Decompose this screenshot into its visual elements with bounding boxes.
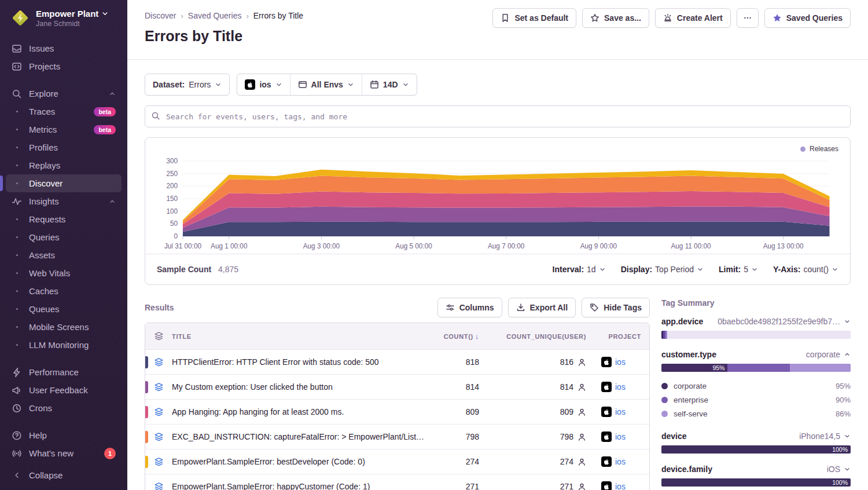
bullet-icon [12,290,22,292]
sidebar-item-mobile-screens[interactable]: Mobile Screens [6,318,122,336]
filter-ios[interactable]: ios [237,74,289,95]
sidebar-item-help[interactable]: Help [6,426,122,444]
tag-value-select[interactable]: iPhone14,5 [799,432,851,441]
tag-distribution-bar: 95% [661,364,851,372]
table-row[interactable]: EmpowerPlant.SampleError: happyCustomer … [145,474,649,490]
project-link[interactable]: ios [615,407,626,416]
person-icon[interactable] [578,408,586,416]
sidebar-item-user-feedback[interactable]: User Feedback [6,381,122,399]
dataset-select[interactable]: Dataset: Errors [145,74,229,95]
column-title[interactable]: TITLE [172,333,426,340]
sidebar-item-projects[interactable]: Projects [6,57,122,75]
sidebar-item-traces[interactable]: Tracesbeta [6,103,122,120]
stack-icon[interactable] [154,407,164,417]
sidebar-item-metrics[interactable]: Metricsbeta [6,120,122,138]
saved-queries-button[interactable]: Saved Queries [764,8,851,28]
sidebar-item-caches[interactable]: Caches [6,282,122,300]
stack-icon[interactable] [154,432,164,442]
apple-icon [601,382,612,392]
filter-14d[interactable]: 14D [362,74,417,95]
table-row[interactable]: EXC_BAD_INSTRUCTION: captureFatalError: … [145,425,649,449]
project-link[interactable]: ios [615,457,626,466]
tag-customer-type: customer.type corporate 95% corporate 95… [661,350,851,420]
sidebar-item-queues[interactable]: Queues [6,300,122,318]
search-input[interactable] [145,105,851,127]
table-row[interactable]: HTTPClientError: HTTP Client Error with … [145,350,649,375]
table-row[interactable]: My Custom exeption: User clicked the but… [145,375,649,400]
error-title[interactable]: EmpowerPlant.SampleError: bestDeveloper … [172,457,426,466]
apple-icon [601,432,612,442]
tag-value-select[interactable]: corporate [806,350,851,359]
sidebar-item-crons[interactable]: Crons [6,399,122,417]
breadcrumb-saved-queries[interactable]: Saved Queries [188,11,242,20]
sidebar-item-explore[interactable]: Explore [6,85,122,103]
sidebar-item-performance[interactable]: Performance [6,363,122,381]
sidebar-item-what-s-new[interactable]: What's new1 [6,444,122,462]
person-icon[interactable] [578,458,586,466]
stack-icon[interactable] [154,482,164,490]
stack-icon [154,331,164,341]
person-icon[interactable] [578,482,586,490]
tag-name: app.device [661,317,703,326]
stack-icon[interactable] [154,357,164,367]
filter-all-envs[interactable]: All Envs [290,74,362,95]
table-row[interactable]: EmpowerPlant.SampleError: bestDeveloper … [145,449,649,474]
search-icon [12,89,22,99]
columns-button[interactable]: Columns [437,298,502,317]
sidebar-item-llm-monitoring[interactable]: LLM Monitoring [6,336,122,354]
save-as--button[interactable]: Save as... [582,8,649,28]
control-limit[interactable]: Limit: 5 [719,265,758,274]
sidebar-item-label: Requests [29,214,116,224]
person-icon[interactable] [578,358,586,367]
project-link[interactable]: ios [615,432,626,441]
project-link[interactable]: ios [615,382,626,392]
sidebar-collapse-button[interactable]: Collapse [6,466,122,484]
series-color-strip [145,456,148,468]
sidebar-item-replays[interactable]: Replays [6,156,122,174]
breadcrumb-discover[interactable]: Discover [145,11,176,20]
set-as-default-button[interactable]: Set as Default [492,8,576,28]
stack-icon[interactable] [154,382,164,392]
error-title[interactable]: EXC_BAD_INSTRUCTION: captureFatalError: … [172,432,426,441]
more-options-button[interactable] [737,8,759,28]
error-title[interactable]: App Hanging: App hanging for at least 20… [172,407,426,416]
column-count[interactable]: COUNT()↓ [426,332,487,341]
error-title[interactable]: EmpowerPlant.SampleError: happyCustomer … [172,482,426,490]
column-project[interactable]: PROJECT [594,333,649,340]
stack-icon[interactable] [154,457,164,467]
tag-name: device [661,432,687,441]
chevron-down-icon [402,81,409,88]
control-yaxis[interactable]: Y-Axis: count() [773,265,838,274]
error-title[interactable]: My Custom exeption: User clicked the but… [172,382,426,392]
control-display[interactable]: Display: Top Period [621,265,704,274]
sidebar-item-insights[interactable]: Insights [6,192,122,210]
control-interval[interactable]: Interval: 1d [553,265,606,274]
org-switcher[interactable]: Empower Plant Jane Schmidt [0,0,127,34]
releases-legend[interactable]: Releases [800,145,838,153]
beta-badge: beta [94,125,116,134]
sidebar-item-assets[interactable]: Assets [6,246,122,264]
person-icon[interactable] [578,383,586,392]
sidebar-item-requests[interactable]: Requests [6,210,122,228]
sidebar-item-profiles[interactable]: Profiles [6,138,122,156]
sidebar-item-discover[interactable]: Discover [6,174,122,192]
export-all-button[interactable]: Export All [508,298,576,317]
chevron-left-icon [12,470,22,481]
tag-legend-row: corporate 95% [661,379,851,393]
table-row[interactable]: App Hanging: App hanging for at least 20… [145,400,649,425]
tag-value-select[interactable]: 0baebc0de4982f1255f2e9e9fb7… [718,317,851,326]
tag-value-select[interactable]: iOS [827,465,851,474]
project-link[interactable]: ios [615,482,626,490]
hide-tags-button[interactable]: Hide Tags [582,298,650,317]
column-count-unique[interactable]: COUNT_UNIQUE(USER) [487,333,594,340]
error-title[interactable]: HTTPClientError: HTTP Client Error with … [172,357,426,367]
sidebar-item-queries[interactable]: Queries [6,228,122,246]
create-alert-button[interactable]: Create Alert [655,8,731,28]
sidebar-item-issues[interactable]: Issues [6,39,122,57]
megaphone-icon [12,385,22,396]
siren-icon [663,13,672,23]
count-value: 818 [426,357,487,367]
person-icon[interactable] [578,433,586,441]
sidebar-item-web-vitals[interactable]: Web Vitals [6,264,122,282]
project-link[interactable]: ios [615,357,626,367]
